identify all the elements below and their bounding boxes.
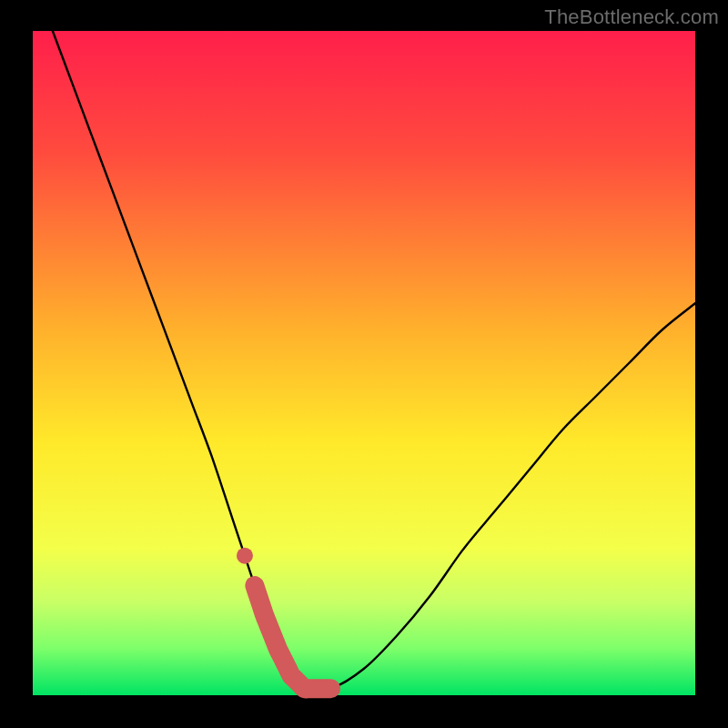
plot-background xyxy=(33,31,695,695)
watermark-text: TheBottleneck.com xyxy=(544,5,719,29)
marker-dot xyxy=(237,548,253,564)
chart-svg xyxy=(0,0,728,728)
chart-frame: { "watermark": "TheBottleneck.com", "col… xyxy=(0,0,728,728)
